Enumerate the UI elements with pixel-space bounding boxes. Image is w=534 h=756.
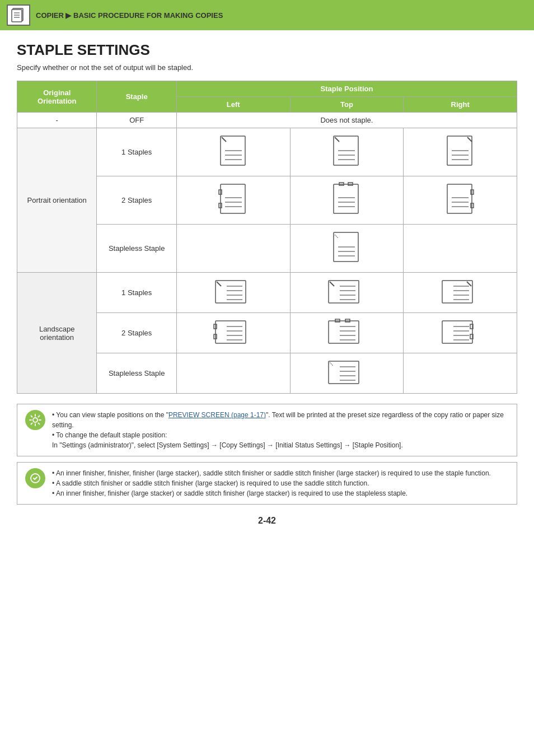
page-number: 2-42	[17, 516, 517, 526]
header-icon	[7, 4, 30, 26]
landscape-1staple-left	[176, 273, 290, 313]
landscape-stapleless-top	[290, 353, 404, 394]
info-note-5: • A saddle stitch finisher or saddle sti…	[52, 478, 491, 488]
svg-rect-26	[334, 184, 358, 213]
portrait-1staple-right	[404, 128, 517, 176]
finisher-icon	[25, 468, 45, 488]
header-bar: COPIER ▶ BASIC PROCEDURE FOR MAKING COPI…	[0, 0, 534, 30]
svg-rect-32	[447, 184, 472, 213]
staple-off: OFF	[97, 113, 176, 128]
staple-settings-table: OriginalOrientation Staple Staple Positi…	[17, 81, 517, 394]
portrait-stapleless-right	[404, 225, 517, 273]
staple-1staple-portrait: 1 Staples	[97, 128, 176, 176]
landscape-2staple-top	[290, 313, 404, 353]
info-text-2: • An inner finisher, finisher, finisher …	[52, 468, 491, 498]
landscape-2staple-left	[176, 313, 290, 353]
table-row-landscape-1staple: Landscape orientation 1 Staples	[17, 273, 517, 313]
th-right: Right	[404, 97, 517, 113]
staple-1staple-landscape: 1 Staples	[97, 273, 176, 313]
page-subtitle: Specify whether or not the set of output…	[17, 63, 517, 72]
table-row-portrait-1staple: Portrait orientation 1 Staples	[17, 128, 517, 176]
info-note-2: • To change the default staple position:	[52, 430, 509, 440]
info-text-1: • You can view staple positions on the "…	[52, 410, 509, 450]
portrait-2staple-right	[404, 176, 517, 225]
landscape-stapleless-left	[176, 353, 290, 394]
page-title: STAPLE SETTINGS	[17, 41, 517, 59]
info-note-4: • An inner finisher, finisher, finisher …	[52, 468, 491, 478]
info-section-1: • You can view staple positions on the "…	[17, 404, 517, 456]
portrait-2staple-left	[176, 176, 290, 225]
staple-2staple-portrait: 2 Staples	[97, 176, 176, 225]
portrait-2staple-top	[290, 176, 404, 225]
settings-icon	[25, 410, 45, 430]
info-note-1: • You can view staple positions on the "…	[52, 410, 509, 430]
landscape-1staple-right	[404, 273, 517, 313]
th-top: Top	[290, 97, 404, 113]
staple-2staple-landscape: 2 Staples	[97, 313, 176, 353]
portrait-stapleless-left	[176, 225, 290, 273]
portrait-orientation-label: Portrait orientation	[17, 128, 97, 273]
portrait-1staple-left	[176, 128, 290, 176]
svg-rect-20	[221, 184, 245, 213]
th-staple-position: Staple Position	[176, 81, 517, 97]
info-section-2: • An inner finisher, finisher, finisher …	[17, 462, 517, 505]
info-note-3: In "Settings (administrator)", select [S…	[52, 440, 509, 450]
landscape-2staple-right	[404, 313, 517, 353]
staple-stapleless-landscape: Stapleless Staple	[97, 353, 176, 394]
landscape-orientation-label: Landscape orientation	[17, 273, 97, 394]
info-note-6: • An inner finisher, finisher (large sta…	[52, 488, 491, 498]
th-staple: Staple	[97, 81, 176, 113]
svg-rect-1	[12, 10, 22, 22]
table-row-off: - OFF Does not staple.	[17, 113, 517, 128]
staple-stapleless-portrait: Stapleless Staple	[97, 225, 176, 273]
off-note: Does not staple.	[176, 113, 517, 128]
svg-point-88	[33, 418, 38, 422]
orientation-dash: -	[17, 113, 97, 128]
th-left: Left	[176, 97, 290, 113]
th-original-orientation: OriginalOrientation	[17, 81, 97, 113]
portrait-stapleless-top	[290, 225, 404, 273]
preview-screen-link[interactable]: PREVIEW SCREEN (page 1-17)	[168, 411, 266, 419]
landscape-1staple-top	[290, 273, 404, 313]
landscape-stapleless-right	[404, 353, 517, 394]
portrait-1staple-top	[290, 128, 404, 176]
breadcrumb: COPIER ▶ BASIC PROCEDURE FOR MAKING COPI…	[36, 11, 223, 20]
page-content: STAPLE SETTINGS Specify whether or not t…	[0, 30, 534, 537]
